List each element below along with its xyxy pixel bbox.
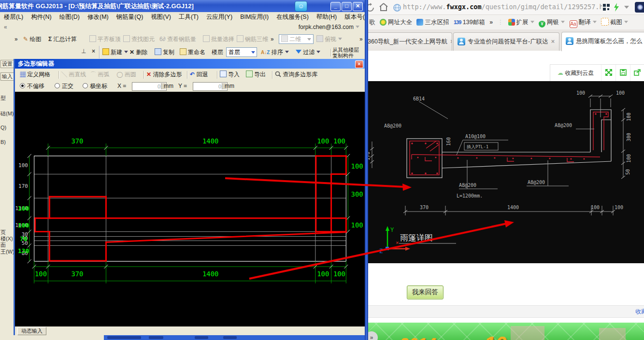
menu-view[interactable]: 视图(V) [147, 14, 175, 20]
clear-polygon-button[interactable]: ✕ 清除多边形 [146, 70, 182, 79]
filter-button[interactable]: 过滤 [296, 47, 320, 57]
define-grid-button[interactable]: ▦ 定义网格 [20, 70, 50, 79]
menu-draw[interactable]: 绘图(D) [56, 14, 84, 20]
flush-slab-button[interactable]: 平齐板顶 [89, 34, 121, 44]
panel-close-icon[interactable]: × [92, 48, 95, 55]
menu-cloud[interactable]: 云应用(Y) [202, 14, 236, 20]
draw-line-button[interactable]: ╲ 画直线 [61, 70, 86, 79]
translate-button[interactable]: Aa翻译 [570, 19, 597, 26]
tab-close-icon[interactable]: × [450, 38, 452, 45]
overflow-chevron-icon[interactable]: » [14, 34, 18, 44]
dimension-mode-combo[interactable]: 二维 [279, 34, 314, 44]
overflow-chevron-icon[interactable]: » [359, 34, 363, 44]
polar-radio[interactable]: 极坐标 [83, 81, 107, 91]
app-titlebar[interactable]: 钢筋算量软件 GGJ2013 - [D:\预结算及抽筋\广联达抽筋\测试-2.G… [0, 0, 366, 12]
lightning-icon[interactable] [614, 3, 619, 12]
tab-canopy-question[interactable]: 悬挑雨篷板怎么画，怎么 [561, 32, 644, 51]
ortho-radio[interactable]: 正交 [55, 81, 73, 91]
new-component-button[interactable]: 新建 [102, 47, 128, 57]
extensions-icon [508, 19, 515, 26]
rename-button[interactable]: 重命名 [180, 47, 205, 57]
dialog-titlebar[interactable]: 多边形编辑器 × [15, 59, 365, 69]
qr-code-icon[interactable] [603, 4, 610, 11]
taskbar-item[interactable] [107, 336, 141, 339]
banner-arrow-icon[interactable]: » [368, 331, 378, 340]
menu-online[interactable]: 在线服务(S) [272, 14, 313, 20]
collect-link[interactable]: 收藏 [635, 308, 644, 316]
menu-component[interactable]: 构件(N) [27, 14, 55, 20]
share-button[interactable] [630, 65, 644, 82]
taskbar-item[interactable] [149, 336, 163, 339]
find-element-button[interactable]: 查找图元 [123, 34, 155, 44]
y-coord-input[interactable]: 0 [193, 82, 228, 91]
expand-button[interactable] [601, 65, 616, 82]
taskbar-item[interactable] [195, 336, 208, 339]
overflow-chevron-icon[interactable]: » [271, 34, 274, 44]
dropdown-chevron-icon[interactable] [624, 6, 629, 9]
close-button[interactable]: ✕ [353, 2, 363, 11]
detail-ticks [370, 95, 625, 213]
save-to-cloud-button[interactable]: ☁ 收藏到云盘 [550, 65, 601, 82]
bookmark-partial[interactable]: 歌 [369, 19, 375, 26]
delete-button[interactable]: ✕ 删除 [129, 47, 147, 57]
bookmarks-overflow-icon[interactable]: » [489, 19, 493, 26]
screenshot-button[interactable]: 截图 [601, 19, 628, 26]
copy-button[interactable]: 复制 [155, 47, 174, 57]
draw-circle-button[interactable]: ◯ 画圆 [116, 70, 136, 79]
top-view-combo[interactable]: 俯视 [316, 34, 342, 44]
floor-select[interactable]: 首层 [226, 47, 257, 57]
panel-tab-fragment[interactable]: 设置 [0, 60, 14, 68]
summary-calc-button[interactable]: Σ 汇总计算 [48, 34, 77, 44]
menu-floor[interactable]: 楼层(L) [0, 14, 27, 20]
ebank-button[interactable]: ¥网银 [539, 19, 565, 26]
save-image-button[interactable] [616, 65, 630, 82]
menu-help[interactable]: 帮助(H) [313, 14, 341, 20]
query-polygon-lib-button[interactable]: 查询多边形库 [275, 70, 317, 79]
answer-button[interactable]: 我来回答 [407, 285, 444, 299]
import-button[interactable]: 导入 [220, 70, 240, 79]
menu-modify[interactable]: 修改(M) [84, 14, 113, 20]
draw-arc-button[interactable]: ⌒ 画弧 [90, 70, 109, 79]
export-button[interactable]: 导出 [246, 70, 266, 79]
svg-text:160: 160 [18, 205, 29, 212]
bookmark-item[interactable]: 139 139邮箱 [454, 19, 485, 26]
panel-tab-fragment[interactable]: 输入 [0, 72, 14, 81]
assistant-smiley-icon[interactable]: ☺ [295, 1, 307, 12]
batch-select-button[interactable]: 批量选择 [203, 34, 234, 44]
rebar-3d-button[interactable]: 钢筋三维 [237, 34, 268, 44]
ad-banner[interactable]: » 2014 10 [368, 323, 644, 340]
extensions-button[interactable]: 扩展 [508, 19, 534, 26]
canopy-detail-image[interactable]: 6B14 A8@200 A10@100 插入PTL-1 160 A8@200 L… [368, 81, 644, 263]
tab-close-icon[interactable]: × [551, 38, 555, 45]
pencil-icon: ✎ [23, 36, 28, 42]
refresh-icon[interactable] [368, 3, 375, 13]
taskbar-item[interactable] [223, 336, 237, 339]
menu-bim[interactable]: BIM应用(I) [236, 14, 272, 20]
undo-button[interactable]: ↶ 回退 [190, 70, 208, 79]
bookmarks-bar: 歌 网址大全 三水区招 139 139邮箱 » ⋮ 扩展 ¥网银 Aa翻译 截图 [368, 15, 644, 30]
browser-window: http://www.fwxgx.com/question/gimq/detai… [368, 0, 644, 340]
home-icon[interactable] [379, 2, 388, 12]
maximize-button[interactable]: □ [342, 2, 352, 11]
dynamic-input-toggle[interactable]: 动态输入 [17, 327, 46, 335]
minimize-button[interactable]: _ [330, 2, 341, 11]
bookmark-item[interactable]: 网址大全 [380, 19, 412, 26]
tab-qa-platform[interactable]: 专业造价问题答疑平台-广联达× [453, 32, 559, 51]
pin-icon[interactable]: ⊥ [81, 48, 86, 55]
menu-tools[interactable]: 工具(T) [175, 14, 202, 20]
address-bar[interactable]: http://www.fwxgx.com/question/gimq/detai… [403, 3, 602, 11]
view-rebar-button[interactable]: 6∂ 查看钢筋量 [159, 34, 196, 44]
dialog-close-icon[interactable]: × [355, 60, 363, 68]
editor-canvas[interactable]: 370 1400 100 100 100 370 1400 100 100 10… [15, 92, 365, 326]
browser-corner-icon[interactable] [635, 2, 644, 13]
tab-360-nav[interactable]: 360导航_新一代安全上网导航× [368, 32, 452, 51]
toolbar-overflow-icon[interactable]: « [4, 24, 7, 30]
sort-button[interactable]: A↓Z 排序 [261, 47, 289, 57]
copy-from-floor-button[interactable]: 从其他楼层复制构件 [332, 47, 362, 57]
menu-rebar[interactable]: 钢筋量(Q) [113, 14, 147, 20]
x-coord-input[interactable]: 0 [132, 82, 167, 91]
account-email[interactable]: forpk.chen@163.com [299, 24, 359, 30]
draw-button[interactable]: ✎ 绘图 [23, 34, 41, 44]
offset-none-radio[interactable]: 不偏移 [20, 81, 44, 91]
bookmark-item[interactable]: 三水区招 [416, 19, 449, 26]
